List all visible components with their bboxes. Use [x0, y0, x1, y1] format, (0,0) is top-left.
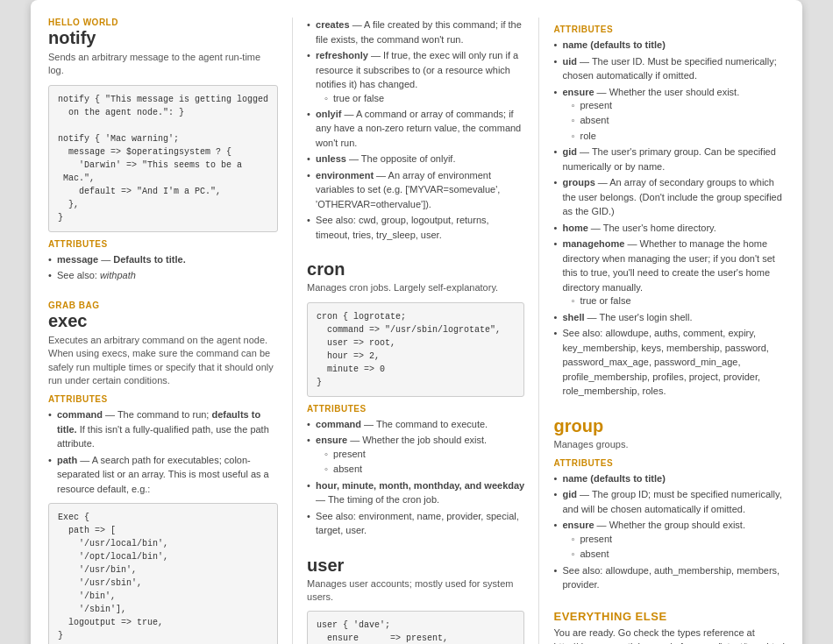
exec-refreshonly-sub: true or false [324, 92, 524, 105]
column-1: HELLO WORLD notify Sends an arbitrary me… [48, 18, 288, 644]
user-title: user [307, 556, 524, 576]
exec-attrs-list: command — The command to run; defaults t… [48, 407, 278, 496]
notify-title: notify [48, 28, 278, 48]
divider-1 [292, 18, 293, 644]
group-desc: Manages groups. [553, 438, 785, 451]
group-ensure-present: present [571, 533, 785, 546]
cron-code-block: cron { logrotate; command => "/usr/sbin/… [307, 302, 524, 397]
user-attr-managehome: managehome — Whether to manage the home … [553, 237, 785, 308]
exec-seealso: See also: cwd, group, logoutput, returns… [307, 213, 524, 242]
group-title: group [553, 416, 785, 436]
group-attr-ensure: ensure — Whether the group should exist.… [553, 518, 785, 561]
user-ensure-sub: present absent role [571, 99, 785, 143]
user-attr-groups: groups — An array of secondary groups to… [553, 175, 785, 219]
user-attr-header: ATTRIBUTES [553, 25, 785, 34]
cron-ensure-absent: absent [324, 463, 524, 476]
column-3: ATTRIBUTES name (defaults to title) uid … [543, 18, 785, 644]
cron-seealso: See also: environment, name, provider, s… [307, 509, 524, 538]
cron-ensure-sub: present absent [324, 448, 524, 477]
notify-attrs-list: message — Defaults to title. See also: w… [48, 252, 278, 283]
group-attr-name: name (defaults to title) [553, 471, 785, 486]
everything-tag: EVERYTHING ELSE [553, 610, 785, 623]
user-code-block: user { 'dave'; ensure => present, uid =>… [307, 611, 524, 644]
cron-attrs-list: command — The command to execute. ensure… [307, 417, 524, 538]
user-managehome-val: true or false [571, 294, 785, 308]
notify-desc: Sends an arbitrary message to the agent … [48, 51, 278, 78]
exec-unless: unless — The opposite of onlyif. [307, 152, 524, 166]
exec-environment: environment — An array of environment va… [307, 168, 524, 212]
cron-title: cron [307, 259, 524, 280]
exec-refreshonly: refreshonly — If true, the exec will onl… [307, 48, 524, 105]
user-section: user Manages user accounts; mostly used … [307, 556, 524, 644]
exec-attr-header: ATTRIBUTES [48, 394, 278, 404]
exec-creates: creates — A file created by this command… [307, 18, 524, 46]
user-ensure-present: present [571, 99, 785, 112]
hello-world-tag: HELLO WORLD [48, 18, 278, 27]
user-attr-uid: uid — The user ID. Must be specified num… [553, 54, 785, 83]
group-attr-header: ATTRIBUTES [553, 458, 785, 468]
grab-bag-section: GRAB BAG exec Executes an arbitrary comm… [48, 301, 278, 644]
notify-attr-seealso: See also: withpath [48, 268, 278, 283]
user-desc: Manages user accounts; mostly used for s… [307, 577, 524, 605]
group-ensure-sub: present absent [571, 533, 785, 562]
group-attr-gid: gid — The group ID; must be specified nu… [553, 487, 785, 516]
cron-desc: Manages cron jobs. Largely self-explanat… [307, 281, 524, 294]
user-attr-gid: gid — The user's primary group. Can be s… [553, 145, 785, 173]
cron-section: cron Manages cron jobs. Largely self-exp… [307, 259, 524, 537]
user-attrs-list: name (defaults to title) uid — The user … [553, 38, 785, 399]
column-2: creates — A file created by this command… [296, 18, 535, 644]
user-attr-shell: shell — The user's login shell. [553, 310, 785, 325]
exec-title: exec [48, 311, 278, 331]
grab-bag-tag: GRAB BAG [48, 301, 278, 310]
user-attr-ensure: ensure — Whether the user should exist. … [553, 85, 785, 144]
exec-extra-attrs: creates — A file created by this command… [307, 18, 524, 242]
exec-onlyif: onlyif — A command or array of commands;… [307, 107, 524, 151]
divider-2 [538, 18, 539, 644]
notify-attr-message: message — Defaults to title. [48, 252, 278, 267]
everything-desc: You are ready. Go check the types refere… [553, 626, 785, 644]
exec-refreshonly-val: true or false [324, 92, 524, 105]
user-attr-home: home — The user's home directory. [553, 221, 785, 236]
cron-attr-header: ATTRIBUTES [307, 404, 524, 414]
hello-world-section: HELLO WORLD notify Sends an arbitrary me… [48, 18, 278, 283]
user-ensure-absent: absent [571, 114, 785, 127]
cron-attr-ensure: ensure — Whether the job should exist. p… [307, 433, 524, 476]
everything-else-section: EVERYTHING ELSE You are ready. Go check … [553, 610, 785, 644]
exec-code-block: Exec { path => [ '/usr/local/bin', '/opt… [48, 503, 278, 644]
page: HELLO WORLD notify Sends an arbitrary me… [31, 0, 802, 644]
group-attrs-list: name (defaults to title) gid — The group… [553, 471, 785, 592]
user-attr-name: name (defaults to title) [553, 38, 785, 53]
group-ensure-absent: absent [571, 548, 785, 561]
notify-attr-header: ATTRIBUTES [48, 239, 278, 249]
group-section: group Manages groups. ATTRIBUTES name (d… [553, 416, 785, 592]
cron-ensure-present: present [324, 448, 524, 461]
cron-attr-command: command — The command to execute. [307, 417, 524, 432]
exec-attr-path: path — A search path for executables; co… [48, 453, 278, 497]
notify-code-block: notify { "This message is getting logged… [48, 85, 278, 232]
exec-attr-command: command — The command to run; defaults t… [48, 407, 278, 451]
user-seealso: See also: allowdupe, auths, comment, exp… [553, 326, 785, 399]
group-seealso: See also: allowdupe, auth_membership, me… [553, 563, 785, 592]
user-ensure-role: role [571, 130, 785, 143]
user-managehome-sub: true or false [571, 294, 785, 308]
cron-attr-timing: hour, minute, month, monthday, and weekd… [307, 478, 524, 507]
exec-desc: Executes an arbitrary command on the age… [48, 334, 278, 388]
